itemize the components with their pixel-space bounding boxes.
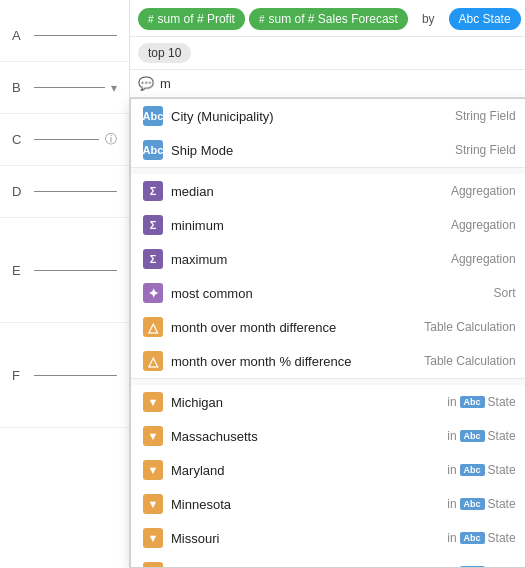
dropdown-item-maximum[interactable]: Σ maximum Aggregation: [131, 242, 525, 276]
sidebar-row-c: C ⓘ: [0, 114, 129, 166]
mompctdiff-type: Table Calculation: [424, 354, 515, 368]
missouri-abc-badge: Abc: [460, 532, 485, 544]
forecast-pill-icon: #: [259, 14, 265, 25]
massachusetts-state-text: in: [447, 429, 456, 443]
mississippi-icon: ▼: [143, 562, 163, 568]
sidebar-row-f: F: [0, 323, 129, 428]
median-name: median: [171, 184, 451, 199]
by-label: by: [412, 8, 445, 30]
momdiff-name: month over month difference: [171, 320, 424, 335]
maryland-state-text: in: [447, 463, 456, 477]
michigan-state-label: State: [488, 395, 516, 409]
city-name: City (Municipality): [171, 109, 455, 124]
content-area: # sum of # Profit # sum of # Sales Forec…: [130, 0, 525, 568]
median-icon: Σ: [143, 181, 163, 201]
dropdown-list: Abc City (Municipality) String Field Abc…: [130, 98, 525, 568]
massachusetts-abc-badge: Abc: [460, 430, 485, 442]
sidebar: A B ▾ C ⓘ D E F: [0, 0, 130, 568]
dropdown-item-median[interactable]: Σ median Aggregation: [131, 174, 525, 208]
dropdown-item-missouri[interactable]: ▼ Missouri in Abc State: [131, 521, 525, 555]
dropdown-item-massachusetts[interactable]: ▼ Massachusetts in Abc State: [131, 419, 525, 453]
profit-pill[interactable]: # sum of # Profit: [138, 8, 245, 30]
filter-row: top 10: [130, 37, 525, 70]
sidebar-row-e: E: [0, 218, 129, 323]
dropdown-item-michigan[interactable]: ▼ Michigan in Abc State: [131, 385, 525, 419]
sidebar-line-b: [34, 87, 105, 88]
mostcommon-type: Sort: [494, 286, 516, 300]
search-chat-icon: 💬: [138, 76, 154, 91]
pills-row: # sum of # Profit # sum of # Sales Forec…: [130, 0, 525, 37]
mompctdiff-name: month over month % difference: [171, 354, 424, 369]
profit-pill-label: sum of # Profit: [158, 12, 235, 26]
missouri-state-label: State: [488, 531, 516, 545]
dropdown-item-mostcommon[interactable]: ✦ most common Sort: [131, 276, 525, 310]
forecast-pill-label: sum of # Sales Forecast: [269, 12, 398, 26]
minnesota-state-text: in: [447, 497, 456, 511]
dropdown-section-states: ▼ Michigan in Abc State ▼ Massachusetts …: [131, 385, 525, 568]
sidebar-line-c: [34, 139, 99, 140]
sidebar-row-b: B ▾: [0, 62, 129, 114]
sidebar-label-d: D: [12, 184, 26, 199]
profit-pill-icon: #: [148, 14, 154, 25]
sidebar-line-a: [34, 35, 117, 36]
maximum-type: Aggregation: [451, 252, 516, 266]
massachusetts-icon: ▼: [143, 426, 163, 446]
minnesota-state: in Abc State: [447, 497, 515, 511]
mostcommon-icon: ✦: [143, 283, 163, 303]
michigan-icon: ▼: [143, 392, 163, 412]
dropdown-item-maryland[interactable]: ▼ Maryland in Abc State: [131, 453, 525, 487]
momdiff-type: Table Calculation: [424, 320, 515, 334]
sidebar-line-e: [34, 270, 117, 271]
mompctdiff-icon: △: [143, 351, 163, 371]
sidebar-line-f: [34, 375, 117, 376]
sidebar-label-f: F: [12, 368, 26, 383]
sidebar-label-e: E: [12, 263, 26, 278]
maryland-state-label: State: [488, 463, 516, 477]
missouri-icon: ▼: [143, 528, 163, 548]
main-container: A B ▾ C ⓘ D E F #: [0, 0, 525, 568]
missouri-state: in Abc State: [447, 531, 515, 545]
city-type: String Field: [455, 109, 516, 123]
minimum-name: minimum: [171, 218, 451, 233]
maryland-state: in Abc State: [447, 463, 515, 477]
shipmode-type: String Field: [455, 143, 516, 157]
minnesota-icon: ▼: [143, 494, 163, 514]
michigan-state-text: in: [447, 395, 456, 409]
state-pill-label: Abc State: [459, 12, 511, 26]
missouri-name: Missouri: [171, 531, 447, 546]
dropdown-item-minnesota[interactable]: ▼ Minnesota in Abc State: [131, 487, 525, 521]
dropdown-item-shipmode[interactable]: Abc Ship Mode String Field: [131, 133, 525, 167]
sidebar-line-d: [34, 191, 117, 192]
dropdown-item-mississippi[interactable]: ▼ Mississippi in Abc State: [131, 555, 525, 568]
filter-icon-b: ▾: [111, 81, 117, 95]
maximum-name: maximum: [171, 252, 451, 267]
dropdown-item-mompctdiff[interactable]: △ month over month % difference Table Ca…: [131, 344, 525, 378]
dropdown-item-city[interactable]: Abc City (Municipality) String Field: [131, 99, 525, 133]
search-input[interactable]: [160, 76, 521, 91]
sidebar-label-a: A: [12, 28, 26, 43]
sidebar-label-c: C: [12, 132, 26, 147]
momdiff-icon: △: [143, 317, 163, 337]
massachusetts-state: in Abc State: [447, 429, 515, 443]
maryland-icon: ▼: [143, 460, 163, 480]
minnesota-state-label: State: [488, 497, 516, 511]
dropdown-item-momdiff[interactable]: △ month over month difference Table Calc…: [131, 310, 525, 344]
minimum-icon: Σ: [143, 215, 163, 235]
maryland-abc-badge: Abc: [460, 464, 485, 476]
massachusetts-state-label: State: [488, 429, 516, 443]
top10-badge[interactable]: top 10: [138, 43, 191, 63]
dropdown-item-minimum[interactable]: Σ minimum Aggregation: [131, 208, 525, 242]
mississippi-name: Mississippi: [171, 565, 447, 569]
forecast-pill[interactable]: # sum of # Sales Forecast: [249, 8, 408, 30]
minnesota-name: Minnesota: [171, 497, 447, 512]
mostcommon-name: most common: [171, 286, 494, 301]
shipmode-icon: Abc: [143, 140, 163, 160]
minimum-type: Aggregation: [451, 218, 516, 232]
info-icon-c: ⓘ: [105, 131, 117, 148]
dropdown-section-agg: Σ median Aggregation Σ minimum Aggregati…: [131, 174, 525, 379]
state-pill[interactable]: Abc State: [449, 8, 521, 30]
sidebar-row-d: D: [0, 166, 129, 218]
sidebar-row-a: A: [0, 10, 129, 62]
maryland-name: Maryland: [171, 463, 447, 478]
michigan-abc-badge: Abc: [460, 396, 485, 408]
